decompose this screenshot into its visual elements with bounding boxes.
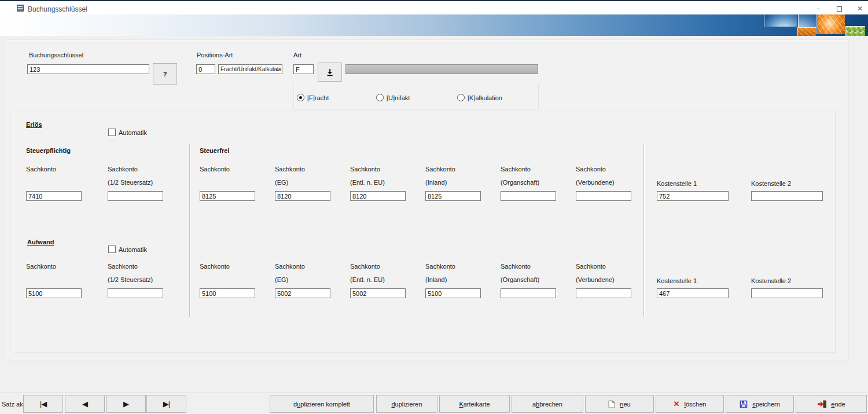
positions-art-select[interactable]: Fracht/Unifakt/Kalkulatio [218, 64, 282, 74]
radio-kalkulation-label: [K]alkulation [468, 94, 502, 101]
aufwand-kostenstelle2-input[interactable] [751, 288, 823, 298]
positions-art-label: Positions-Art [197, 52, 233, 58]
radio-fracht[interactable] [297, 94, 304, 101]
positions-art-input[interactable] [196, 64, 215, 74]
loeschen-button[interactable]: ✕ löschen [656, 395, 724, 413]
title-bar: Buchungsschlüssel – ✕ [0, 1, 868, 14]
abbrechen-button[interactable]: abbrechen [512, 395, 583, 413]
erloes-verbundene-input[interactable] [576, 191, 631, 201]
erloes-sachkonto-halb-input[interactable] [108, 191, 163, 201]
first-record-icon: |◀ [40, 400, 46, 408]
erloes-automatik-checkbox[interactable] [108, 129, 116, 136]
erloes-steuerfrei-input[interactable] [200, 191, 255, 201]
last-record-icon: ▶| [163, 400, 170, 408]
buchungsschluessel-label: Buchungsschlüssel [29, 52, 83, 58]
aufwand-kostenstelle1-input[interactable] [657, 288, 729, 298]
delete-x-icon: ✕ [674, 400, 680, 408]
aufwand-title: Aufwand [27, 239, 54, 246]
aufwand-sachkonto-input[interactable] [26, 288, 82, 298]
window-title: Buchungsschlüssel [28, 5, 87, 13]
steuerpflichtig-title: Steuerpflichtig [26, 147, 71, 154]
aufwand-sachkonto-halb-input[interactable] [108, 288, 163, 298]
nav-next-button[interactable]: ▶ [106, 395, 146, 413]
erloes-organschaft-input[interactable] [501, 191, 556, 201]
aufwand-steuerfrei-input[interactable] [200, 288, 255, 298]
duplizieren-button[interactable]: duplizieren [376, 395, 437, 413]
close-button[interactable]: ✕ [849, 2, 868, 15]
buchungsschluessel-input[interactable] [27, 64, 149, 74]
erloes-kostenstelle2-input[interactable] [751, 191, 823, 201]
minimize-icon: – [816, 5, 821, 13]
aufwand-verbundene-input[interactable] [576, 288, 631, 298]
art-pick-button[interactable] [318, 63, 342, 82]
app-window: Buchungsschlüssel – ✕ Buchungsschlüssel … [0, 0, 868, 414]
wireframe-globe-tile [816, 14, 845, 34]
aufwand-automatik-checkbox[interactable] [108, 246, 116, 253]
steuerfrei-title: Steuerfrei [200, 147, 229, 154]
save-floppy-icon [740, 400, 748, 408]
help-button[interactable]: ? [153, 63, 177, 85]
globe-image-tile [764, 14, 797, 27]
new-page-icon [608, 400, 615, 408]
art-description-bar [345, 64, 538, 74]
header-banner [0, 14, 868, 36]
radio-fracht-label: [F]racht [307, 94, 329, 101]
neu-button[interactable]: neu [585, 395, 654, 413]
accounts-group-box [13, 110, 836, 353]
erloes-eg-input[interactable] [275, 191, 330, 201]
aufwand-inland-input[interactable] [425, 288, 481, 298]
art-label: Art [293, 52, 301, 58]
karteikarte-button[interactable]: Karteikarte [439, 395, 510, 413]
aufwand-organschaft-input[interactable] [501, 288, 556, 298]
erloes-sachkonto-input[interactable] [26, 191, 82, 201]
radio-unifakt-label: [U]nifakt [387, 94, 410, 101]
speichern-button[interactable]: speichern [726, 395, 794, 413]
nav-previous-button[interactable]: ◀ [65, 395, 105, 413]
column-divider [189, 144, 190, 317]
erloes-inland-input[interactable] [425, 191, 481, 201]
aufwand-eg-input[interactable] [275, 288, 330, 298]
wireframe-globe-tile [797, 27, 816, 36]
next-record-icon: ▶ [123, 400, 128, 408]
app-icon [16, 4, 24, 13]
ende-button[interactable]: ende [796, 395, 867, 413]
aufwand-automatik-label: Automatik [119, 246, 147, 253]
erloes-entl-eu-input[interactable] [350, 191, 406, 201]
erloes-kostenstelle1-input[interactable] [657, 191, 729, 201]
close-icon: ✕ [857, 5, 863, 13]
erloes-automatik-label: Automatik [119, 129, 147, 136]
maximize-button[interactable] [829, 2, 849, 15]
erloes-title: Erlös [26, 121, 42, 128]
previous-record-icon: ◀ [82, 400, 87, 408]
duplizieren-komplett-button[interactable]: duplizieren komplett [270, 395, 374, 413]
column-divider [643, 144, 644, 317]
maximize-icon [837, 6, 842, 12]
minimize-button[interactable]: – [808, 2, 829, 15]
exit-door-icon [817, 400, 826, 408]
radio-unifakt[interactable] [376, 94, 384, 101]
nav-last-button[interactable]: ▶| [146, 395, 186, 413]
green-cubes-tile [845, 26, 865, 36]
nav-first-button[interactable]: |◀ [23, 395, 63, 413]
arrow-down-to-bar-icon [326, 68, 334, 76]
art-input[interactable] [293, 64, 314, 74]
radio-kalkulation[interactable] [457, 94, 465, 101]
aufwand-entl-eu-input[interactable] [350, 288, 406, 298]
